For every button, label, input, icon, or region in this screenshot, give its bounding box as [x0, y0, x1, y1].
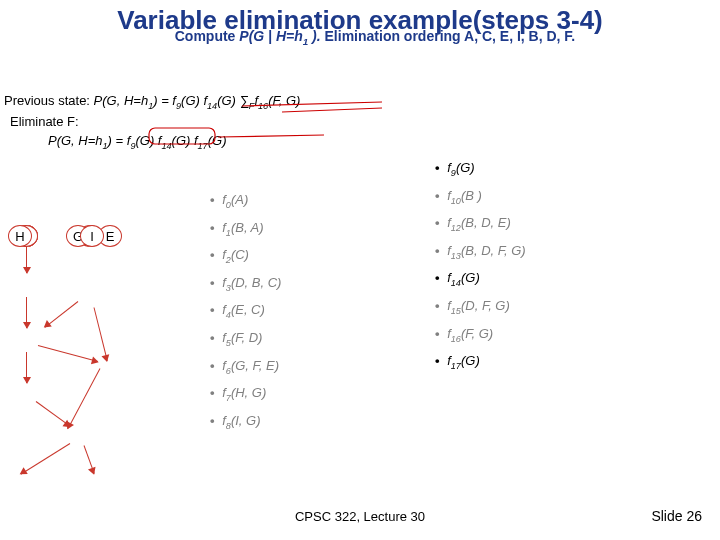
- factor-entry: • f12(B, D, E): [435, 215, 526, 233]
- footer-slide-number: Slide 26: [651, 508, 702, 524]
- factor-entry: • f14(G): [435, 270, 526, 288]
- factor-entry: • f1(B, A): [210, 220, 281, 238]
- factor-entry: • f0(A): [210, 192, 281, 210]
- factor-entry: • f7(H, G): [210, 385, 281, 403]
- factor-entry: • f17(G): [435, 353, 526, 371]
- factor-entry: • f3(D, B, C): [210, 275, 281, 293]
- factor-entry: • f16(F, G): [435, 326, 526, 344]
- factor-entry: • f4(E, C): [210, 302, 281, 320]
- factor-entry: • f13(B, D, F, G): [435, 243, 526, 261]
- node-h: H: [8, 225, 32, 247]
- factor-entry: • f15(D, F, G): [435, 298, 526, 316]
- elimination-text: Previous state: P(G, H=h1) = f9(G) f14(G…: [4, 92, 300, 152]
- factor-entry: • f8(I, G): [210, 413, 281, 431]
- factor-entry: • f10(B ): [435, 188, 526, 206]
- factor-list-left: • f0(A)• f1(B, A)• f2(C)• f3(D, B, C)• f…: [210, 182, 281, 440]
- footer-course: CPSC 322, Lecture 30: [295, 509, 425, 524]
- factor-entry: • f5(F, D): [210, 330, 281, 348]
- factor-list-right: • f9(G)• f10(B )• f12(B, D, E)• f13(B, D…: [435, 150, 526, 381]
- factor-entry: • f6(G, F, E): [210, 358, 281, 376]
- bayes-net-graph: A B C D E F G H I: [8, 225, 183, 505]
- factor-entry: • f2(C): [210, 247, 281, 265]
- node-i: I: [80, 225, 104, 247]
- factor-entry: • f9(G): [435, 160, 526, 178]
